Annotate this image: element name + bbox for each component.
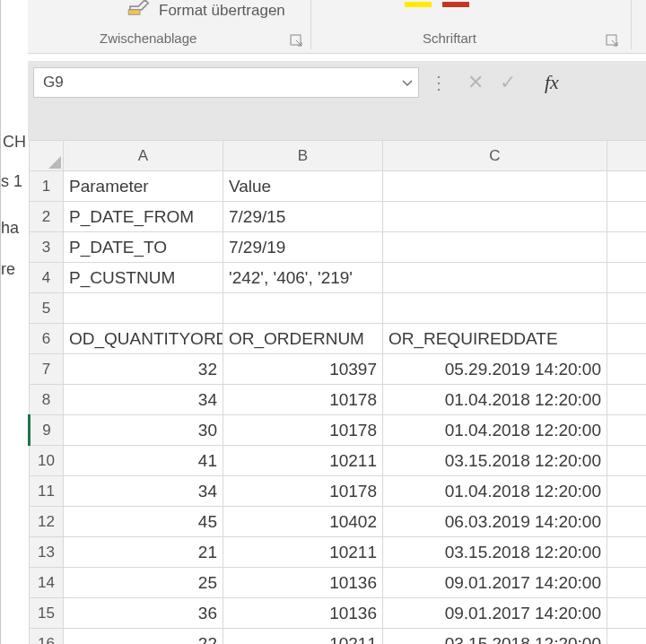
row-header[interactable]: 5 (30, 293, 64, 324)
cell[interactable]: 03.15.2018 12:20:00 (383, 629, 607, 645)
name-box[interactable]: G9 (33, 67, 419, 98)
cell[interactable]: 10211 (223, 629, 383, 645)
cancel-icon[interactable]: ✕ (467, 71, 484, 94)
cell[interactable]: 7/29/19 (223, 232, 383, 263)
cell[interactable]: 34 (64, 385, 223, 415)
clipboard-dialog-launcher[interactable] (290, 34, 303, 48)
row-header[interactable]: 13 (30, 537, 64, 568)
cell[interactable]: 21 (64, 537, 223, 568)
table-row: 11341017801.04.2018 12:20:00 (30, 476, 647, 507)
bg-text-fragment: ha (1, 219, 19, 238)
column-header-a[interactable]: A (64, 141, 223, 171)
cell[interactable]: 10211 (223, 537, 383, 568)
cell[interactable]: 09.01.2017 14:20:00 (383, 568, 607, 598)
cell[interactable] (607, 232, 647, 263)
cell[interactable]: Value (223, 171, 383, 202)
cell[interactable] (607, 537, 647, 568)
cell[interactable] (607, 568, 647, 598)
row-header[interactable]: 10 (30, 446, 64, 476)
row-header[interactable]: 16 (30, 629, 64, 645)
column-header-b[interactable]: B (223, 141, 383, 171)
formula-bar-drag-handle[interactable]: ⋮ (424, 72, 453, 93)
row-header[interactable]: 6 (30, 324, 64, 354)
cell[interactable]: 01.04.2018 12:20:00 (383, 385, 607, 415)
cell[interactable]: 10402 (223, 507, 383, 537)
row-header[interactable]: 2 (30, 202, 64, 232)
cell[interactable]: 10178 (223, 415, 383, 446)
cell[interactable]: 25 (64, 568, 223, 598)
font-dialog-launcher[interactable] (606, 34, 619, 48)
cell[interactable] (607, 598, 647, 629)
cell[interactable] (607, 415, 647, 446)
cell[interactable]: 34 (64, 476, 223, 507)
cell[interactable]: P_DATE_TO (64, 232, 223, 263)
cell[interactable]: 22 (64, 629, 223, 645)
fx-label[interactable]: fx (545, 71, 559, 94)
cell[interactable] (383, 171, 607, 202)
select-all-corner[interactable] (30, 141, 64, 171)
font-color-swatch[interactable] (442, 2, 469, 7)
cell[interactable]: P_DATE_FROM (64, 202, 223, 232)
cell[interactable]: 7/29/15 (223, 202, 383, 232)
cell[interactable]: 09.01.2017 14:20:00 (383, 598, 607, 629)
format-painter-button[interactable]: Format übertragen (127, 0, 285, 22)
cell[interactable] (607, 446, 647, 476)
row-header[interactable]: 14 (30, 568, 64, 598)
row-header[interactable]: 11 (30, 476, 64, 507)
cell[interactable]: 10178 (223, 476, 383, 507)
cell[interactable] (607, 171, 647, 202)
cell[interactable]: OR_ORDERNUM (223, 324, 383, 354)
cell[interactable] (607, 293, 647, 324)
cell[interactable]: 01.04.2018 12:20:00 (383, 476, 607, 507)
row-header[interactable]: 4 (30, 263, 64, 293)
cell[interactable]: P_CUSTNUM (64, 263, 223, 293)
cell[interactable]: 36 (64, 598, 223, 629)
spreadsheet-grid[interactable]: A B C 1ParameterValue2P_DATE_FROM7/29/15… (28, 140, 646, 644)
bg-text-fragment: s 1 (1, 172, 22, 191)
cell[interactable]: 10136 (223, 598, 383, 629)
fill-color-swatch[interactable] (405, 2, 432, 7)
cell[interactable]: Parameter (64, 171, 223, 202)
cell[interactable]: 06.03.2019 14:20:00 (383, 507, 607, 537)
cell[interactable] (64, 293, 223, 324)
row-header[interactable]: 8 (30, 385, 64, 415)
cell[interactable] (383, 293, 607, 324)
row-header[interactable]: 3 (30, 232, 64, 263)
row-header[interactable]: 12 (30, 507, 64, 537)
cell[interactable]: 41 (64, 446, 223, 476)
cell[interactable] (607, 354, 647, 385)
name-box-dropdown-icon[interactable] (402, 74, 413, 91)
cell[interactable] (383, 263, 607, 293)
row-header[interactable]: 15 (30, 598, 64, 629)
cell[interactable] (607, 263, 647, 293)
cell[interactable]: 10136 (223, 568, 383, 598)
cell[interactable] (383, 232, 607, 263)
cell[interactable] (607, 507, 647, 537)
cell[interactable] (223, 293, 383, 324)
cell[interactable]: 10397 (223, 354, 383, 385)
column-header-c[interactable]: C (383, 141, 607, 171)
cell[interactable] (607, 629, 647, 645)
cell[interactable]: 10211 (223, 446, 383, 476)
cell[interactable] (607, 324, 647, 354)
cell[interactable]: 30 (64, 415, 223, 446)
cell[interactable]: 05.29.2019 14:20:00 (383, 354, 607, 385)
row-header[interactable]: 1 (30, 171, 64, 202)
cell[interactable] (607, 385, 647, 415)
cell[interactable]: 32 (64, 354, 223, 385)
cell[interactable]: OD_QUANTITYORDEI (64, 324, 223, 354)
column-header-d[interactable] (607, 141, 647, 171)
cell[interactable] (607, 476, 647, 507)
cell[interactable]: 03.15.2018 12:20:00 (383, 446, 607, 476)
cell[interactable]: 10178 (223, 385, 383, 415)
cell[interactable]: 03.15.2018 12:20:00 (383, 537, 607, 568)
row-header[interactable]: 9 (30, 415, 64, 446)
cell[interactable]: '242', '406', '219' (223, 263, 383, 293)
cell[interactable] (607, 202, 647, 232)
row-header[interactable]: 7 (30, 354, 64, 385)
cell[interactable]: OR_REQUIREDDATE (383, 324, 607, 354)
cell[interactable]: 01.04.2018 12:20:00 (383, 415, 607, 446)
enter-icon[interactable]: ✓ (500, 71, 516, 94)
cell[interactable]: 45 (64, 507, 223, 537)
cell[interactable] (383, 202, 607, 232)
